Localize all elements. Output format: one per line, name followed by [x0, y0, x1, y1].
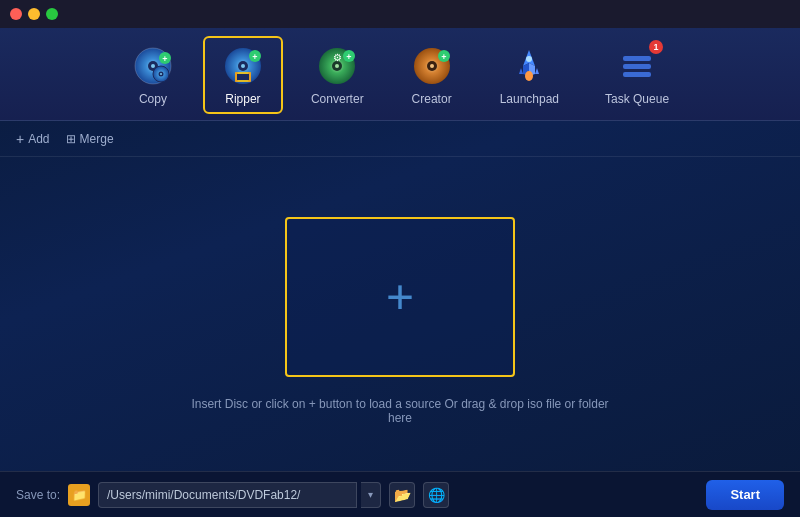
creator-icon: +: [410, 44, 454, 88]
copy-label: Copy: [139, 92, 167, 106]
maximize-button[interactable]: [46, 8, 58, 20]
svg-point-32: [525, 71, 533, 81]
ripper-label: Ripper: [225, 92, 260, 106]
add-label: Add: [28, 132, 49, 146]
merge-label: Merge: [80, 132, 114, 146]
nav-item-taskqueue[interactable]: 1 Task Queue: [587, 36, 687, 114]
svg-point-2: [151, 64, 155, 68]
action-bar: + Add ⊞ Merge: [0, 121, 800, 157]
title-bar: [0, 0, 800, 28]
nav-item-converter[interactable]: ⚙ + Converter: [293, 36, 382, 114]
svg-point-26: [430, 64, 434, 68]
converter-icon: ⚙ +: [315, 44, 359, 88]
merge-icon: ⊞: [66, 132, 76, 146]
save-to-label: Save to:: [16, 488, 60, 502]
add-button[interactable]: + Add: [16, 131, 50, 147]
launchpad-label: Launchpad: [500, 92, 559, 106]
merge-button[interactable]: ⊞ Merge: [66, 132, 114, 146]
svg-text:+: +: [162, 54, 167, 64]
svg-point-11: [241, 64, 245, 68]
svg-point-6: [160, 73, 162, 75]
drop-plus-icon: +: [386, 273, 414, 321]
svg-rect-38: [623, 72, 651, 77]
creator-label: Creator: [412, 92, 452, 106]
save-path-input[interactable]: [98, 482, 357, 508]
browse-folder-button[interactable]: 📂: [389, 482, 415, 508]
svg-text:⚙: ⚙: [333, 52, 342, 63]
taskqueue-icon: 1: [615, 44, 659, 88]
nav-toolbar: + Copy: [0, 28, 800, 121]
svg-marker-34: [535, 68, 539, 74]
ripper-icon: +: [221, 44, 265, 88]
nav-item-copy[interactable]: + Copy: [113, 36, 193, 114]
svg-rect-36: [623, 56, 651, 61]
nav-item-creator[interactable]: + Creator: [392, 36, 472, 114]
folder-icon: 📁: [68, 484, 90, 506]
drop-hint: Insert Disc or click on + button to load…: [180, 397, 620, 425]
nav-item-ripper[interactable]: + Ripper: [203, 36, 283, 114]
taskqueue-badge: 1: [649, 40, 663, 54]
svg-rect-37: [623, 64, 651, 69]
path-dropdown[interactable]: ▾: [361, 482, 381, 508]
svg-text:+: +: [441, 52, 446, 62]
svg-rect-15: [237, 74, 249, 80]
launchpad-icon: [507, 44, 551, 88]
copy-icon: +: [131, 44, 175, 88]
svg-text:+: +: [252, 52, 257, 62]
add-icon: +: [16, 131, 24, 147]
drop-zone[interactable]: +: [285, 217, 515, 377]
svg-point-35: [526, 56, 532, 62]
globe-button[interactable]: 🌐: [423, 482, 449, 508]
start-button[interactable]: Start: [706, 480, 784, 510]
svg-text:+: +: [347, 52, 352, 62]
converter-label: Converter: [311, 92, 364, 106]
taskqueue-label: Task Queue: [605, 92, 669, 106]
minimize-button[interactable]: [28, 8, 40, 20]
svg-marker-33: [519, 68, 523, 74]
nav-item-launchpad[interactable]: Launchpad: [482, 36, 577, 114]
svg-point-20: [335, 64, 339, 68]
close-button[interactable]: [10, 8, 22, 20]
bottom-bar: Save to: 📁 ▾ 📂 🌐 Start: [0, 471, 800, 517]
main-content: + Insert Disc or click on + button to lo…: [0, 157, 800, 484]
